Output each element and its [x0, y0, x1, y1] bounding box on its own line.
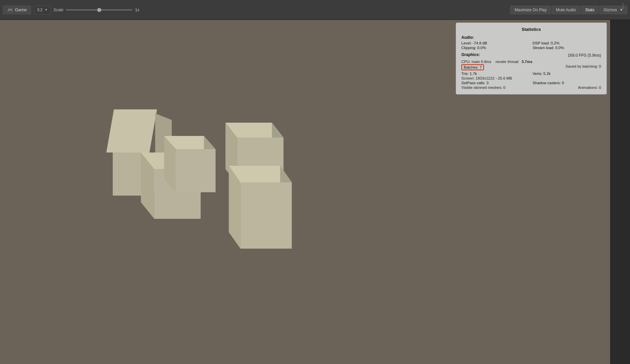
scale-slider[interactable] — [66, 9, 132, 11]
stats-panel: Statistics Audio: Level: -74.8 dB DSP lo… — [456, 23, 607, 94]
audio-stats: Level: -74.8 dB DSP load: 0.2% Clipping:… — [461, 41, 601, 50]
scale-label: Scale — [53, 8, 63, 12]
tris-verts-row: Tris: 1.7k Verts: 5.2k — [461, 72, 601, 76]
toolbar: ⋮ 🎮 Game 3:2 ▼ Scale 1x Maximize On Play… — [0, 0, 630, 20]
more-options-icon[interactable]: ⋮ — [619, 2, 627, 9]
mute-audio-button[interactable]: Mute Audio — [552, 6, 580, 14]
aspect-ratio-value: 3:2 — [37, 8, 42, 12]
chevron-down-icon: ▼ — [44, 8, 48, 12]
screen-row: Screen: 1833x1222 - 25.6 MB — [461, 76, 601, 80]
cpu-main: CPU: main 0.8ms render thread 3.7ms — [461, 60, 532, 64]
scale-value: 1x — [135, 8, 139, 12]
dark-right-strip — [610, 20, 630, 364]
graphics-header: Graphics: 169.0 FPS (5.9ms) — [461, 52, 601, 58]
maximize-on-play-button[interactable]: Maximize On Play — [510, 6, 551, 14]
audio-section: Audio: Level: -74.8 dB DSP load: 0.2% Cl… — [461, 35, 601, 50]
game-controller-icon: 🎮 — [7, 7, 13, 13]
scale-slider-thumb[interactable] — [97, 8, 101, 12]
tris-value: Tris: 1.7k — [461, 72, 530, 76]
cube-front-right — [229, 166, 292, 249]
graphics-section: Graphics: 169.0 FPS (5.9ms) CPU: main 0.… — [461, 52, 601, 90]
graphics-section-title: Graphics: — [461, 52, 480, 57]
audio-section-title: Audio: — [461, 35, 601, 40]
audio-dsp-load: DSP load: 0.2% — [533, 41, 601, 45]
svg-marker-18 — [240, 182, 292, 249]
fps-display: 169.0 FPS (5.9ms) — [568, 53, 601, 58]
skinned-animations-row: Visible skinned meshes: 0 Animations: 0 — [461, 86, 601, 90]
game-tab-label: Game — [15, 7, 27, 12]
game-tab[interactable]: 🎮 Game — [3, 5, 31, 15]
batches-highlight: Batches: 7 — [461, 64, 484, 70]
game-view: Statistics Audio: Level: -74.8 dB DSP lo… — [0, 20, 630, 364]
batches-row: Batches: 7 Saved by batching: 0 — [461, 64, 601, 70]
render-thread-value: 3.7ms — [522, 60, 533, 64]
batches-value: Batches: 7 — [461, 64, 484, 70]
shadow-casters-value: Shadow casters: 0 — [533, 81, 601, 85]
svg-marker-0 — [106, 109, 157, 152]
animations-value: Animations: 0 — [578, 86, 601, 90]
audio-level: Level: -74.8 dB — [461, 41, 530, 45]
aspect-ratio-dropdown[interactable]: 3:2 ▼ — [34, 6, 51, 14]
saved-by-batching: Saved by batching: 0 — [566, 64, 601, 70]
gizmos-label: Gizmos — [603, 8, 617, 12]
verts-value: Verts: 5.2k — [533, 72, 601, 76]
toolbar-right: Maximize On Play Mute Audio Stats Gizmos… — [510, 6, 627, 14]
setpass-value: SetPass calls: 3 — [461, 81, 530, 85]
audio-clipping: Clipping: 0.0% — [461, 46, 530, 50]
setpass-row: SetPass calls: 3 Shadow casters: 0 — [461, 81, 601, 85]
svg-marker-10 — [176, 149, 215, 192]
visible-skinned: Visible skinned meshes: 0 — [461, 86, 506, 90]
cube-middle — [164, 136, 215, 192]
screen-value: Screen: 1833x1222 - 25.6 MB — [461, 76, 512, 80]
cpu-row: CPU: main 0.8ms render thread 3.7ms — [461, 60, 601, 64]
stats-button[interactable]: Stats — [581, 6, 598, 14]
scale-section: Scale 1x — [53, 8, 508, 12]
audio-stream-load: Stream load: 0.0% — [533, 46, 601, 50]
stats-title: Statistics — [461, 27, 601, 32]
